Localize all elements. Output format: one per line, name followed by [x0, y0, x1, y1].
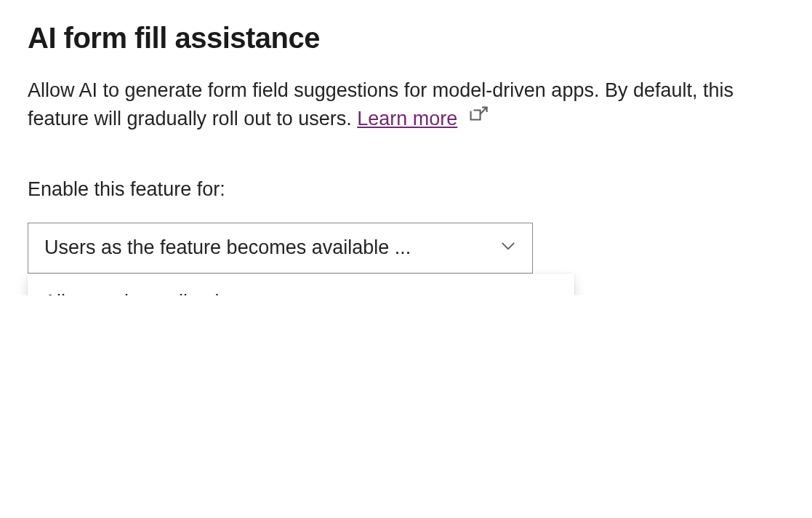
enable-feature-dropdown: All users immediately Users as the featu…	[28, 274, 574, 295]
section-description: Allow AI to generate form field suggesti…	[28, 76, 784, 135]
chevron-down-icon	[500, 236, 516, 259]
external-link-icon	[469, 104, 488, 132]
dropdown-option-label: All users immediately	[44, 291, 229, 295]
enable-feature-select[interactable]: Users as the feature becomes available .…	[28, 223, 533, 274]
section-title: AI form fill assistance	[28, 22, 784, 55]
enable-feature-select-wrapper: Users as the feature becomes available .…	[28, 223, 533, 274]
dropdown-option-all-users[interactable]: All users immediately	[28, 274, 574, 295]
select-value-text: Users as the feature becomes available .…	[44, 236, 500, 259]
learn-more-link[interactable]: Learn more	[357, 108, 457, 130]
enable-feature-label: Enable this feature for:	[28, 178, 784, 201]
